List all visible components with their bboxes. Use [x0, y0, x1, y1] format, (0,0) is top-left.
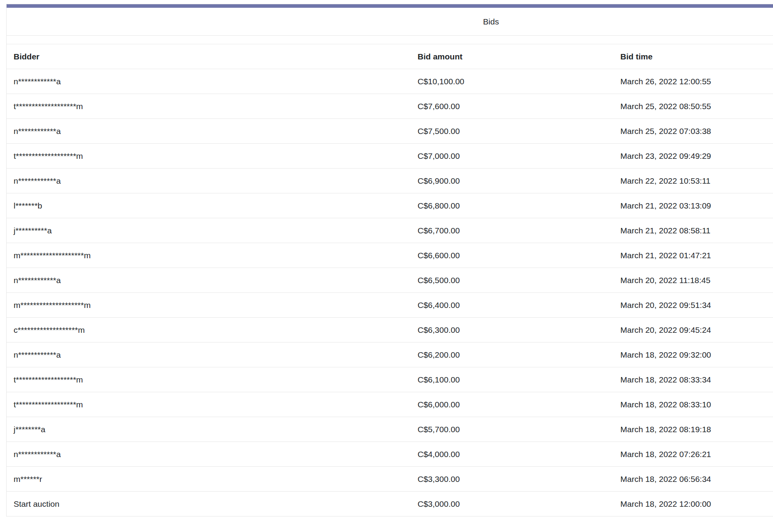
bid-time-cell: March 18, 2022 09:32:00 [613, 342, 773, 367]
bid-amount-cell: C$3,000.00 [411, 492, 613, 516]
bid-amount-cell: C$5,700.00 [411, 417, 613, 442]
bidder-cell: m********************m [7, 293, 411, 318]
bid-time-cell: March 18, 2022 06:56:34 [613, 467, 773, 492]
bid-amount-cell: C$10,100.00 [411, 69, 613, 94]
bid-amount-cell: C$6,000.00 [411, 392, 613, 417]
bidder-cell: m********************m [7, 243, 411, 268]
bid-amount-cell: C$7,000.00 [411, 144, 613, 169]
bid-time-cell: March 18, 2022 08:19:18 [613, 417, 773, 442]
bid-time-cell: March 21, 2022 01:47:21 [613, 243, 773, 268]
bid-row: n************aC$4,000.00March 18, 2022 0… [7, 442, 773, 467]
bid-amount-cell: C$7,500.00 [411, 119, 613, 144]
card-accent-bar [7, 4, 773, 8]
bidder-cell: n************a [7, 442, 411, 467]
bid-amount-cell: C$6,100.00 [411, 367, 613, 392]
bid-time-cell: March 20, 2022 11:18:45 [613, 268, 773, 293]
bidder-cell: t*******************m [7, 367, 411, 392]
bid-time-cell: March 21, 2022 03:13:09 [613, 193, 773, 218]
bid-amount-cell: C$4,000.00 [411, 442, 613, 467]
bid-time-cell: March 20, 2022 09:51:34 [613, 293, 773, 318]
title-divider-gap [7, 36, 773, 44]
bid-time-cell: March 25, 2022 08:50:55 [613, 94, 773, 119]
bid-amount-cell: C$6,700.00 [411, 218, 613, 243]
bid-amount-cell: C$6,600.00 [411, 243, 613, 268]
bids-table: Bidder Bid amount Bid time n************… [7, 44, 773, 516]
bid-row: n************aC$7,500.00March 25, 2022 0… [7, 119, 773, 144]
bid-time-cell: March 18, 2022 08:33:10 [613, 392, 773, 417]
table-body: n************aC$10,100.00March 26, 2022 … [7, 69, 773, 516]
bid-time-cell: March 23, 2022 09:49:29 [613, 144, 773, 169]
bidder-cell: Start auction [7, 492, 411, 516]
bid-row: j**********aC$6,700.00March 21, 2022 08:… [7, 218, 773, 243]
bidder-cell: t*******************m [7, 94, 411, 119]
bid-amount-cell: C$6,200.00 [411, 342, 613, 367]
column-header-bid-amount: Bid amount [411, 44, 613, 69]
bid-row: t*******************mC$6,100.00March 18,… [7, 367, 773, 392]
bid-row: m********************mC$6,600.00March 21… [7, 243, 773, 268]
bidder-cell: c*******************m [7, 318, 411, 342]
bid-time-cell: March 18, 2022 08:33:34 [613, 367, 773, 392]
bidder-cell: t*******************m [7, 392, 411, 417]
table-header-row: Bidder Bid amount Bid time [7, 44, 773, 69]
column-header-bidder: Bidder [7, 44, 411, 69]
bid-row: n************aC$6,200.00March 18, 2022 0… [7, 342, 773, 367]
bidder-cell: j********a [7, 417, 411, 442]
bid-row: n************aC$6,900.00March 22, 2022 1… [7, 169, 773, 193]
bids-card: Bids Bidder Bid amount Bid time n*******… [6, 4, 773, 516]
bidder-cell: n************a [7, 119, 411, 144]
bid-row: c*******************mC$6,300.00March 20,… [7, 318, 773, 342]
bid-row: n************aC$10,100.00March 26, 2022 … [7, 69, 773, 94]
bid-amount-cell: C$6,900.00 [411, 169, 613, 193]
bidder-cell: n************a [7, 268, 411, 293]
bid-time-cell: March 18, 2022 07:26:21 [613, 442, 773, 467]
bid-time-cell: March 21, 2022 08:58:11 [613, 218, 773, 243]
bid-amount-cell: C$6,500.00 [411, 268, 613, 293]
column-header-bid-time: Bid time [613, 44, 773, 69]
bid-row: m******rC$3,300.00March 18, 2022 06:56:3… [7, 467, 773, 492]
bidder-cell: j**********a [7, 218, 411, 243]
bid-row: t*******************mC$7,000.00March 23,… [7, 144, 773, 169]
bidder-cell: m******r [7, 467, 411, 492]
page-title: Bids [7, 8, 773, 36]
bid-row: t*******************mC$6,000.00March 18,… [7, 392, 773, 417]
bid-amount-cell: C$7,600.00 [411, 94, 613, 119]
bid-row: j********aC$5,700.00March 18, 2022 08:19… [7, 417, 773, 442]
bid-row: Start auctionC$3,000.00March 18, 2022 12… [7, 492, 773, 516]
bidder-cell: l*******b [7, 193, 411, 218]
bidder-cell: n************a [7, 69, 411, 94]
bid-amount-cell: C$6,800.00 [411, 193, 613, 218]
bid-time-cell: March 20, 2022 09:45:24 [613, 318, 773, 342]
bid-time-cell: March 18, 2022 12:00:00 [613, 492, 773, 516]
bid-time-cell: March 25, 2022 07:03:38 [613, 119, 773, 144]
bid-amount-cell: C$3,300.00 [411, 467, 613, 492]
bidder-cell: n************a [7, 342, 411, 367]
bid-row: t*******************mC$7,600.00March 25,… [7, 94, 773, 119]
bid-row: m********************mC$6,400.00March 20… [7, 293, 773, 318]
bid-amount-cell: C$6,300.00 [411, 318, 613, 342]
bidder-cell: t*******************m [7, 144, 411, 169]
bid-time-cell: March 22, 2022 10:53:11 [613, 169, 773, 193]
bidder-cell: n************a [7, 169, 411, 193]
bid-row: l*******bC$6,800.00March 21, 2022 03:13:… [7, 193, 773, 218]
bid-time-cell: March 26, 2022 12:00:55 [613, 69, 773, 94]
bid-row: n************aC$6,500.00March 20, 2022 1… [7, 268, 773, 293]
bid-amount-cell: C$6,400.00 [411, 293, 613, 318]
